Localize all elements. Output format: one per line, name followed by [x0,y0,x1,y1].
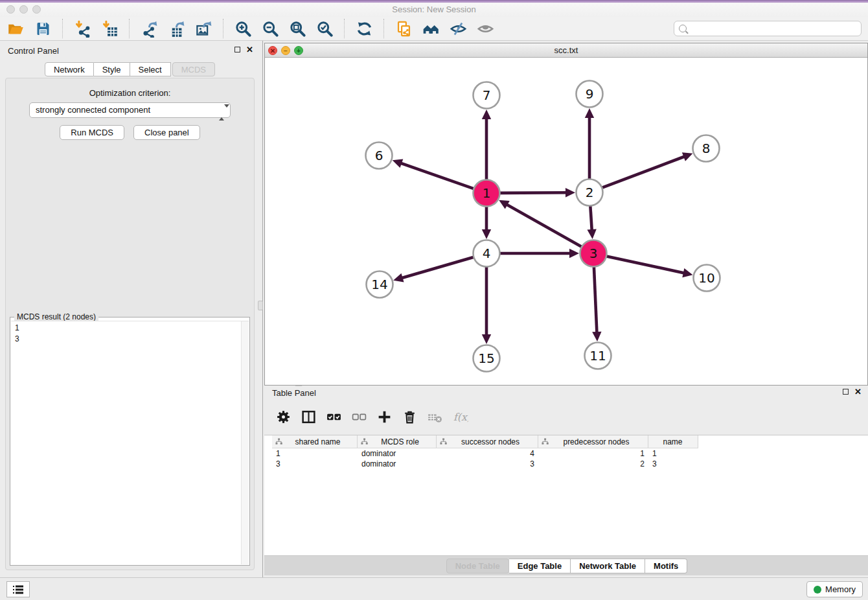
apply-layout-button[interactable] [355,19,373,38]
graph-node-3[interactable]: 3 [580,240,607,267]
close-panel-icon[interactable]: ✕ [246,46,253,53]
graph-node-11[interactable]: 11 [585,343,611,369]
vertical-splitter-handle[interactable] [258,301,263,310]
tab-style[interactable]: Style [94,62,130,76]
graph-node-10[interactable]: 10 [694,265,720,292]
toolbar-separator [383,19,384,38]
checked-pair-icon [326,409,342,425]
graph-node-1[interactable]: 1 [474,180,500,207]
graph-node-6[interactable]: 6 [366,143,393,169]
tab-network-table[interactable]: Network Table [571,559,645,573]
table-settings-button[interactable] [275,408,291,425]
table-row[interactable]: 1dominator411 [272,448,698,459]
graph-node-8[interactable]: 8 [693,135,720,162]
network-canvas[interactable]: 7968124314101511 [265,58,867,385]
titlebar[interactable]: Session: New Session [0,3,868,17]
export-network-button[interactable] [140,19,158,38]
graph-node-7[interactable]: 7 [474,82,500,109]
edge-1-7[interactable] [482,110,491,181]
zoom-selected-button[interactable] [315,19,334,38]
float-table-panel-icon[interactable] [843,389,849,395]
float-panel-icon[interactable] [234,47,240,52]
zoom-fit-button[interactable] [288,19,306,38]
graph-node-2[interactable]: 2 [577,179,603,206]
edge-4-14[interactable] [393,257,474,282]
close-table-panel-icon[interactable]: ✕ [854,388,862,395]
delete-column-button[interactable] [401,408,418,425]
edge-3-11[interactable] [592,266,601,341]
node-table: shared nameMCDS rolesuccessor nodesprede… [264,435,868,556]
edge-3-1[interactable] [499,200,582,248]
zoom-in-button[interactable] [234,19,252,38]
edge-4-3[interactable] [499,249,580,258]
deselect-all-rows-button[interactable] [350,408,367,425]
export-table-button[interactable] [167,19,185,38]
search-input[interactable] [690,24,856,34]
show-all-button[interactable] [476,19,494,38]
table-cell[interactable]: 3 [437,459,538,469]
edge-1-6[interactable] [393,159,475,189]
tab-mcds[interactable]: MCDS [172,62,215,76]
first-neighbors-button[interactable] [422,19,440,38]
tab-network[interactable]: Network [45,62,94,76]
table-cell[interactable]: dominator [358,459,437,469]
table-cell[interactable]: 3 [648,459,698,469]
import-table-button[interactable] [100,19,119,38]
table-cell[interactable]: 4 [437,448,538,459]
table-row[interactable]: 3dominator323 [272,459,698,469]
import-network-button[interactable] [73,19,91,38]
network-window-titlebar[interactable]: ✕ − + scc.txt [265,43,867,58]
edge-2-8[interactable] [601,152,692,188]
mcds-result-list[interactable]: 1 3 [11,321,249,564]
edge-1-2[interactable] [499,188,575,197]
table-cell[interactable]: 2 [538,459,648,469]
graph-node-9[interactable]: 9 [577,81,603,108]
column-header-MCDS-role[interactable]: MCDS role [358,435,437,448]
tab-edge-table[interactable]: Edge Table [509,559,571,573]
vertical-splitter[interactable] [260,41,264,577]
column-header-shared-name[interactable]: shared name [272,435,358,448]
graph-node-14[interactable]: 14 [367,271,393,298]
column-header-predecessor-nodes[interactable]: predecessor nodes [538,435,648,448]
edge-3-10[interactable] [606,256,692,277]
edge-2-9[interactable] [585,108,594,180]
network-view-window: ✕ − + scc.txt 7968124314101511 [264,43,868,386]
tab-node-table[interactable]: Node Table [446,559,509,573]
edge-2-3[interactable] [587,205,596,239]
table-cell[interactable]: dominator [358,448,437,459]
search-field[interactable] [674,21,862,36]
tab-select[interactable]: Select [130,62,171,76]
select-all-rows-button[interactable] [325,408,342,425]
tab-motifs[interactable]: Motifs [645,559,687,573]
table-cell[interactable]: 3 [272,459,358,469]
table-cell[interactable]: 1 [538,448,648,459]
create-column-button[interactable] [376,408,393,425]
split-panel-button[interactable] [300,408,317,425]
graph-node-4[interactable]: 4 [474,240,500,267]
homes-icon [422,20,440,38]
clone-network-button[interactable] [394,19,413,38]
criterion-select[interactable]: strongly connected component [29,102,231,118]
column-header-successor-nodes[interactable]: successor nodes [437,435,538,448]
edge-1-4[interactable] [482,206,491,240]
svg-text:15: 15 [478,351,494,366]
graph-node-15[interactable]: 15 [474,345,500,372]
export-image-button[interactable] [194,19,212,38]
hide-selected-button[interactable] [449,19,467,38]
memory-button[interactable]: Memory [806,581,863,597]
toolbar-separator [344,19,345,38]
run-mcds-button[interactable]: Run MCDS [60,125,124,140]
table-cell[interactable]: 1 [648,448,698,459]
show-panels-button[interactable] [6,581,30,597]
mcds-result-scrollbar[interactable] [241,321,249,564]
column-label: successor nodes [447,437,538,446]
save-session-button[interactable] [34,19,52,38]
edge-4-15[interactable] [482,266,491,345]
close-panel-button[interactable]: Close panel [133,125,200,140]
table-cell[interactable]: 1 [272,448,358,459]
network-graph[interactable]: 7968124314101511 [265,58,867,386]
zoom-out-button[interactable] [261,19,279,38]
column-header-name[interactable]: name [648,435,698,448]
mcds-tab-content: Optimization criterion: strongly connect… [5,78,255,570]
open-session-button[interactable] [6,19,25,38]
